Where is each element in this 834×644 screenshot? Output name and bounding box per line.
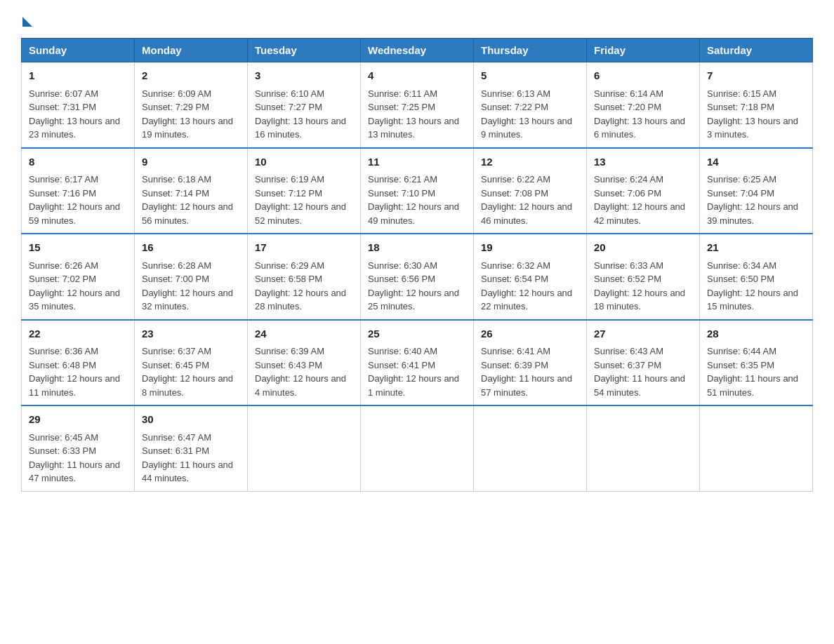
calendar-weekday-monday: Monday <box>135 39 248 62</box>
logo <box>21 14 32 24</box>
day-info: Sunrise: 6:45 AMSunset: 6:33 PMDaylight:… <box>29 432 120 484</box>
day-info: Sunrise: 6:07 AMSunset: 7:31 PMDaylight:… <box>29 88 120 140</box>
calendar-cell: 25 Sunrise: 6:40 AMSunset: 6:41 PMDaylig… <box>361 320 474 406</box>
day-number: 28 <box>707 326 805 342</box>
calendar-cell: 5 Sunrise: 6:13 AMSunset: 7:22 PMDayligh… <box>474 62 587 148</box>
calendar-header-row: SundayMondayTuesdayWednesdayThursdayFrid… <box>22 39 813 62</box>
calendar-cell: 4 Sunrise: 6:11 AMSunset: 7:25 PMDayligh… <box>361 62 474 148</box>
day-info: Sunrise: 6:22 AMSunset: 7:08 PMDaylight:… <box>481 174 572 226</box>
day-number: 13 <box>594 154 692 170</box>
calendar-week-row: 1 Sunrise: 6:07 AMSunset: 7:31 PMDayligh… <box>22 62 813 148</box>
calendar-cell: 22 Sunrise: 6:36 AMSunset: 6:48 PMDaylig… <box>22 320 135 406</box>
day-info: Sunrise: 6:47 AMSunset: 6:31 PMDaylight:… <box>142 432 233 484</box>
calendar-table: SundayMondayTuesdayWednesdayThursdayFrid… <box>21 38 813 492</box>
day-info: Sunrise: 6:10 AMSunset: 7:27 PMDaylight:… <box>255 88 346 140</box>
calendar-week-row: 8 Sunrise: 6:17 AMSunset: 7:16 PMDayligh… <box>22 148 813 234</box>
day-number: 11 <box>368 154 466 170</box>
day-number: 18 <box>368 240 466 256</box>
day-number: 26 <box>481 326 579 342</box>
day-number: 20 <box>594 240 692 256</box>
day-number: 17 <box>255 240 353 256</box>
calendar-cell: 18 Sunrise: 6:30 AMSunset: 6:56 PMDaylig… <box>361 234 474 320</box>
day-info: Sunrise: 6:43 AMSunset: 6:37 PMDaylight:… <box>594 346 685 398</box>
calendar-cell: 20 Sunrise: 6:33 AMSunset: 6:52 PMDaylig… <box>587 234 700 320</box>
calendar-cell: 7 Sunrise: 6:15 AMSunset: 7:18 PMDayligh… <box>700 62 813 148</box>
calendar-cell: 17 Sunrise: 6:29 AMSunset: 6:58 PMDaylig… <box>248 234 361 320</box>
day-number: 29 <box>29 412 127 428</box>
day-number: 14 <box>707 154 805 170</box>
day-number: 6 <box>594 68 692 84</box>
day-info: Sunrise: 6:21 AMSunset: 7:10 PMDaylight:… <box>368 174 459 226</box>
calendar-cell: 28 Sunrise: 6:44 AMSunset: 6:35 PMDaylig… <box>700 320 813 406</box>
day-number: 8 <box>29 154 127 170</box>
calendar-cell: 26 Sunrise: 6:41 AMSunset: 6:39 PMDaylig… <box>474 320 587 406</box>
day-number: 1 <box>29 68 127 84</box>
calendar-cell <box>361 405 474 491</box>
calendar-cell: 15 Sunrise: 6:26 AMSunset: 7:02 PMDaylig… <box>22 234 135 320</box>
calendar-cell <box>700 405 813 491</box>
day-info: Sunrise: 6:41 AMSunset: 6:39 PMDaylight:… <box>481 346 572 398</box>
day-number: 27 <box>594 326 692 342</box>
day-info: Sunrise: 6:44 AMSunset: 6:35 PMDaylight:… <box>707 346 798 398</box>
calendar-cell: 9 Sunrise: 6:18 AMSunset: 7:14 PMDayligh… <box>135 148 248 234</box>
logo-arrow-icon <box>22 17 32 27</box>
day-number: 22 <box>29 326 127 342</box>
calendar-weekday-friday: Friday <box>587 39 700 62</box>
day-number: 3 <box>255 68 353 84</box>
calendar-weekday-wednesday: Wednesday <box>361 39 474 62</box>
day-info: Sunrise: 6:29 AMSunset: 6:58 PMDaylight:… <box>255 260 346 312</box>
calendar-cell: 19 Sunrise: 6:32 AMSunset: 6:54 PMDaylig… <box>474 234 587 320</box>
day-info: Sunrise: 6:25 AMSunset: 7:04 PMDaylight:… <box>707 174 798 226</box>
day-number: 21 <box>707 240 805 256</box>
calendar-cell: 29 Sunrise: 6:45 AMSunset: 6:33 PMDaylig… <box>22 405 135 491</box>
day-info: Sunrise: 6:24 AMSunset: 7:06 PMDaylight:… <box>594 174 685 226</box>
day-info: Sunrise: 6:13 AMSunset: 7:22 PMDaylight:… <box>481 88 572 140</box>
calendar-week-row: 15 Sunrise: 6:26 AMSunset: 7:02 PMDaylig… <box>22 234 813 320</box>
calendar-cell: 6 Sunrise: 6:14 AMSunset: 7:20 PMDayligh… <box>587 62 700 148</box>
day-info: Sunrise: 6:15 AMSunset: 7:18 PMDaylight:… <box>707 88 798 140</box>
day-number: 2 <box>142 68 240 84</box>
calendar-weekday-sunday: Sunday <box>22 39 135 62</box>
day-info: Sunrise: 6:28 AMSunset: 7:00 PMDaylight:… <box>142 260 233 312</box>
day-info: Sunrise: 6:36 AMSunset: 6:48 PMDaylight:… <box>29 346 120 398</box>
day-info: Sunrise: 6:34 AMSunset: 6:50 PMDaylight:… <box>707 260 798 312</box>
day-info: Sunrise: 6:18 AMSunset: 7:14 PMDaylight:… <box>142 174 233 226</box>
calendar-cell: 14 Sunrise: 6:25 AMSunset: 7:04 PMDaylig… <box>700 148 813 234</box>
calendar-cell <box>474 405 587 491</box>
calendar-cell: 16 Sunrise: 6:28 AMSunset: 7:00 PMDaylig… <box>135 234 248 320</box>
day-number: 24 <box>255 326 353 342</box>
day-number: 4 <box>368 68 466 84</box>
day-info: Sunrise: 6:17 AMSunset: 7:16 PMDaylight:… <box>29 174 120 226</box>
calendar-cell: 11 Sunrise: 6:21 AMSunset: 7:10 PMDaylig… <box>361 148 474 234</box>
day-info: Sunrise: 6:39 AMSunset: 6:43 PMDaylight:… <box>255 346 346 398</box>
calendar-cell: 13 Sunrise: 6:24 AMSunset: 7:06 PMDaylig… <box>587 148 700 234</box>
page-header <box>21 14 813 24</box>
calendar-cell: 23 Sunrise: 6:37 AMSunset: 6:45 PMDaylig… <box>135 320 248 406</box>
calendar-cell: 1 Sunrise: 6:07 AMSunset: 7:31 PMDayligh… <box>22 62 135 148</box>
calendar-cell: 3 Sunrise: 6:10 AMSunset: 7:27 PMDayligh… <box>248 62 361 148</box>
calendar-cell: 12 Sunrise: 6:22 AMSunset: 7:08 PMDaylig… <box>474 148 587 234</box>
day-number: 12 <box>481 154 579 170</box>
day-number: 7 <box>707 68 805 84</box>
calendar-cell: 30 Sunrise: 6:47 AMSunset: 6:31 PMDaylig… <box>135 405 248 491</box>
calendar-cell: 27 Sunrise: 6:43 AMSunset: 6:37 PMDaylig… <box>587 320 700 406</box>
day-number: 15 <box>29 240 127 256</box>
day-info: Sunrise: 6:09 AMSunset: 7:29 PMDaylight:… <box>142 88 233 140</box>
calendar-cell: 24 Sunrise: 6:39 AMSunset: 6:43 PMDaylig… <box>248 320 361 406</box>
day-info: Sunrise: 6:40 AMSunset: 6:41 PMDaylight:… <box>368 346 459 398</box>
day-number: 25 <box>368 326 466 342</box>
day-info: Sunrise: 6:32 AMSunset: 6:54 PMDaylight:… <box>481 260 572 312</box>
day-number: 5 <box>481 68 579 84</box>
day-number: 9 <box>142 154 240 170</box>
day-info: Sunrise: 6:11 AMSunset: 7:25 PMDaylight:… <box>368 88 459 140</box>
day-number: 23 <box>142 326 240 342</box>
day-info: Sunrise: 6:19 AMSunset: 7:12 PMDaylight:… <box>255 174 346 226</box>
calendar-weekday-saturday: Saturday <box>700 39 813 62</box>
calendar-week-row: 22 Sunrise: 6:36 AMSunset: 6:48 PMDaylig… <box>22 320 813 406</box>
calendar-cell <box>248 405 361 491</box>
day-number: 19 <box>481 240 579 256</box>
calendar-cell: 2 Sunrise: 6:09 AMSunset: 7:29 PMDayligh… <box>135 62 248 148</box>
calendar-cell: 10 Sunrise: 6:19 AMSunset: 7:12 PMDaylig… <box>248 148 361 234</box>
calendar-weekday-thursday: Thursday <box>474 39 587 62</box>
day-number: 10 <box>255 154 353 170</box>
